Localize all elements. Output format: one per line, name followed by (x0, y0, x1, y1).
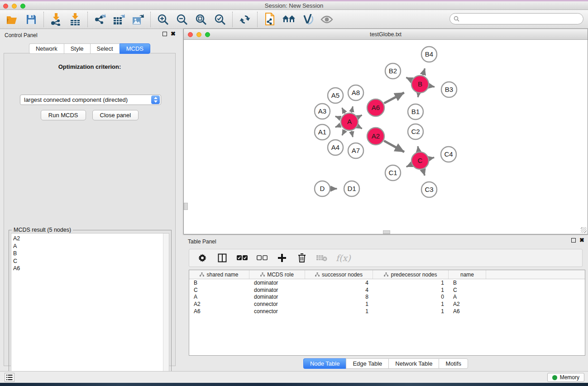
column-header-predecessor-nodes[interactable]: predecessor nodes (373, 270, 449, 279)
node-B4[interactable]: B4 (421, 47, 437, 62)
gear-icon[interactable] (196, 252, 208, 264)
network-file-icon[interactable] (262, 12, 277, 27)
mcds-result-item[interactable]: B (13, 250, 169, 257)
table-tab-network-table[interactable]: Network Table (388, 358, 439, 369)
edge-B-B3[interactable] (430, 86, 435, 87)
edge-C-C3[interactable] (423, 170, 425, 176)
node-C2[interactable]: C2 (408, 124, 423, 139)
task-history-button[interactable] (5, 373, 14, 382)
edge-A-A2[interactable] (358, 126, 362, 129)
import-table-icon[interactable] (67, 12, 83, 27)
float-panel-icon[interactable] (163, 32, 167, 36)
eye-icon[interactable] (319, 12, 335, 27)
mcds-result-item[interactable]: C (13, 257, 169, 265)
node-A3[interactable]: A3 (315, 104, 330, 119)
import-network-icon[interactable] (48, 12, 64, 27)
run-mcds-button[interactable]: Run MCDS (41, 110, 86, 120)
node-A5[interactable]: A5 (328, 88, 343, 103)
node-B3[interactable]: B3 (441, 82, 457, 97)
node-A2[interactable]: A2 (367, 128, 384, 145)
mcds-result-item[interactable]: A6 (13, 265, 169, 272)
table-row[interactable]: A6connector11A6 (189, 308, 585, 315)
edge-B-B1[interactable] (418, 94, 418, 97)
network-canvas[interactable]: B4B2BB3A8A5A6A3B1AA1C2A2A4A7C4CC1C3DD1 (184, 40, 588, 234)
list-scrollbar[interactable] (163, 234, 169, 380)
zoom-out-icon[interactable] (174, 12, 190, 27)
memory-button[interactable]: Memory (547, 373, 584, 382)
node-B2[interactable]: B2 (385, 63, 401, 79)
export-image-icon[interactable] (130, 12, 146, 27)
close-panel-button[interactable]: Close panel (92, 110, 139, 120)
edge-B-B4[interactable] (423, 68, 425, 75)
edge-C-C2[interactable] (418, 146, 419, 151)
network-window-titlebar[interactable]: testGlobe.txt (184, 29, 588, 40)
edge-A-A6[interactable] (358, 115, 362, 117)
close-panel-icon[interactable]: ✖ (171, 32, 176, 36)
table-row[interactable]: Bdominator41B (189, 279, 585, 286)
horizontal-scroll-thumb[interactable] (383, 230, 390, 234)
node-C1[interactable]: C1 (385, 165, 401, 181)
column-header-name[interactable]: name (449, 270, 486, 279)
deselect-all-icon[interactable] (256, 252, 268, 264)
edge-A-A3[interactable] (335, 116, 341, 118)
edge-C-C4[interactable] (429, 157, 434, 158)
criterion-dropdown[interactable]: largest connected component (directed) (20, 95, 161, 105)
table-float-panel-icon[interactable] (571, 238, 576, 243)
node-A6[interactable]: A6 (367, 99, 384, 116)
edge-A-A7[interactable] (351, 131, 353, 137)
node-A[interactable]: A (341, 113, 358, 130)
table-tab-edge-table[interactable]: Edge Table (346, 358, 388, 369)
tab-select[interactable]: Select (90, 43, 120, 54)
refresh-icon[interactable] (237, 12, 253, 27)
zoom-fit-icon[interactable] (193, 12, 209, 27)
search-input[interactable] (462, 14, 583, 24)
column-header-shared-name[interactable]: shared name (189, 270, 249, 279)
tab-mcds[interactable]: MCDS (120, 43, 150, 54)
node-table[interactable]: shared nameMCDS rolesuccessor nodesprede… (189, 270, 585, 356)
table-row[interactable]: Adominator80A (189, 294, 585, 301)
houses-icon[interactable] (281, 12, 296, 27)
node-C[interactable]: C (411, 152, 429, 169)
node-C4[interactable]: C4 (441, 147, 456, 162)
table-row[interactable]: Cdominator41C (189, 286, 585, 294)
zoom-in-icon[interactable] (155, 12, 171, 27)
tab-network[interactable]: Network (29, 43, 64, 54)
edge-A2-C[interactable] (384, 141, 404, 152)
delete-table-icon[interactable] (316, 252, 328, 264)
node-C3[interactable]: C3 (421, 182, 437, 197)
export-network-icon[interactable] (92, 12, 108, 27)
node-B[interactable]: B (411, 76, 429, 93)
table-tab-node-table[interactable]: Node Table (303, 358, 346, 369)
table-close-panel-icon[interactable]: ✖ (579, 238, 584, 243)
vertical-scroll-thumb[interactable] (184, 203, 188, 210)
edge-C-C1[interactable] (406, 165, 411, 167)
mcds-result-list[interactable]: A2ABCA6 (11, 233, 169, 381)
open-session-icon[interactable] (5, 12, 20, 27)
node-A4[interactable]: A4 (328, 140, 343, 155)
resize-grip[interactable] (581, 227, 587, 233)
edge-B-B2[interactable] (406, 77, 411, 80)
select-all-icon[interactable] (236, 252, 248, 264)
column-header-successor-nodes[interactable]: successor nodes (305, 270, 373, 279)
edge-A-A4[interactable] (342, 130, 345, 135)
table-tab-motifs[interactable]: Motifs (439, 358, 468, 369)
save-session-icon[interactable] (24, 12, 39, 27)
delete-icon[interactable] (296, 252, 308, 264)
node-D1[interactable]: D1 (344, 181, 359, 196)
node-A8[interactable]: A8 (348, 85, 363, 100)
column-header-MCDS-role[interactable]: MCDS role (249, 270, 305, 279)
add-column-icon[interactable] (276, 252, 288, 264)
tab-style[interactable]: Style (64, 43, 90, 54)
edge-A-A8[interactable] (351, 106, 353, 112)
node-A7[interactable]: A7 (348, 143, 363, 158)
edge-A-A1[interactable] (335, 125, 341, 127)
column-layout-icon[interactable] (216, 252, 228, 264)
network-graph[interactable]: B4B2BB3A8A5A6A3B1AA1C2A2A4A7C4CC1C3DD1 (184, 40, 588, 234)
mcds-result-item[interactable]: A2 (13, 235, 169, 243)
node-A1[interactable]: A1 (315, 124, 330, 140)
edge-A-A5[interactable] (342, 108, 345, 113)
table-row[interactable]: A2connector11A2 (189, 300, 585, 308)
search-field[interactable] (449, 13, 583, 24)
function-builder-icon[interactable]: f(x) (336, 253, 351, 263)
details-toggle-icon[interactable] (300, 12, 316, 27)
